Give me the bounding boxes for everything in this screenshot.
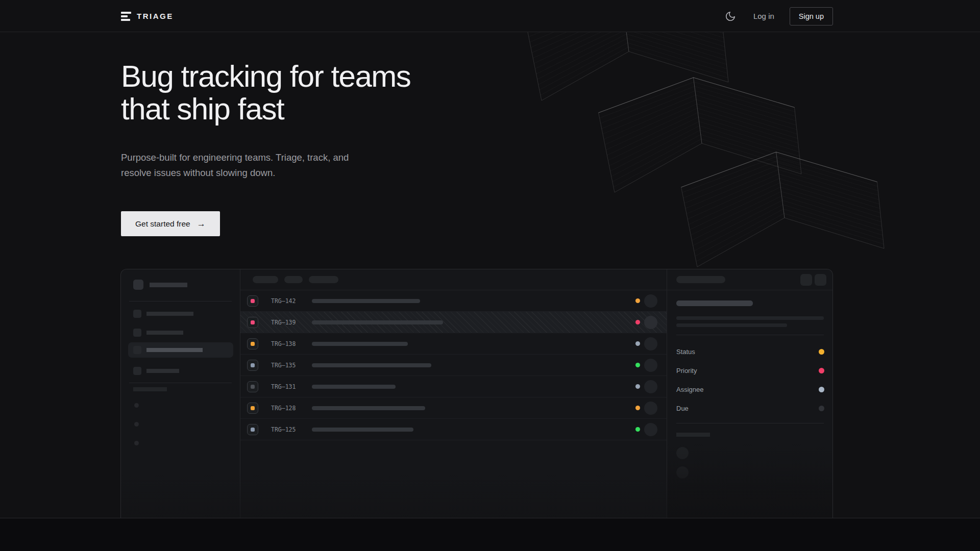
section-label-skeleton [133,387,167,391]
nav-label-skeleton [146,331,183,335]
assignee-avatar [644,423,657,436]
assignee-avatar [644,402,657,415]
issue-row-meta [635,316,667,329]
below-fold-section [0,518,980,551]
issue-row: TRG–139 [240,312,667,333]
issue-id: TRG–138 [271,340,299,347]
preview-issue-list: TRG–142 TRG–139 TRG–138 TRG–135 TRG– [240,269,667,518]
login-link[interactable]: Log in [753,12,774,20]
panel-divider [676,423,824,423]
get-started-label: Get started free [135,219,190,229]
hero-title: Bug tracking for teams that ship fast [121,32,410,126]
detail-field: Due [676,402,824,415]
list-dot-skeleton [134,422,139,427]
filter-pill-skeleton [309,276,338,283]
issue-row-meta [635,359,667,372]
issue-title-skeleton [312,342,408,346]
assignee-avatar [644,294,657,308]
issue-id: TRG–131 [271,383,299,390]
issue-status-dot [635,406,640,410]
issue-title-skeleton [676,300,753,306]
assignee-avatar [644,316,657,329]
sidebar-nav-item-skeleton [121,363,240,379]
sidebar-nav-item-skeleton [121,306,240,321]
detail-panel-header [667,269,833,290]
issue-title-skeleton [312,363,431,367]
detail-field: Status [676,345,824,358]
issue-row: TRG–138 [240,333,667,355]
theme-toggle-button[interactable] [723,9,738,24]
preview-detail-panel: Status Priority Assignee Due [667,269,833,518]
issue-title-skeleton [312,320,443,324]
workspace-name-skeleton [150,283,187,287]
issue-row: TRG–142 [240,290,667,312]
issue-row: TRG–135 [240,355,667,376]
assignee-avatar [644,337,657,350]
issue-type-icon [247,381,258,392]
assignee-avatar [644,359,657,372]
nav-label-skeleton [146,348,203,352]
issue-list-header [240,269,667,290]
nav-icon-skeleton [133,310,141,318]
wireframe-decoration [505,0,909,278]
workspace-icon-skeleton [133,280,143,290]
hero-section: Bug tracking for teams that ship fast Pu… [121,32,410,236]
field-value-dot [819,406,824,411]
get-started-button[interactable]: Get started free → [121,211,220,236]
issue-row-meta [635,380,667,393]
issue-title-skeleton [312,385,396,389]
sidebar-divider [129,301,232,302]
issue-row-meta [635,294,667,308]
field-value-dot [819,387,824,392]
panel-divider [676,335,824,335]
landing-page: TRIAGE Log in Sign up Bug tracking for t… [0,0,980,551]
issue-status-dot [635,341,640,346]
issue-type-icon [247,317,258,328]
issue-id: TRG–135 [271,362,299,369]
nav-icon-skeleton [133,367,141,375]
detail-field: Assignee [676,383,824,396]
triage-logo-icon [121,12,131,21]
list-dot-skeleton [134,403,139,408]
issue-type-icon [247,295,258,307]
issue-id: TRG–142 [271,297,299,305]
panel-action-button-skeleton [815,274,826,286]
issue-status-dot [635,320,640,324]
panel-action-button-skeleton [800,274,812,286]
sidebar-divider [129,383,232,383]
preview-sidebar [121,269,240,518]
hero-title-line-1: Bug tracking for teams [121,60,410,93]
hero-title-line-2: that ship fast [121,93,410,126]
nav-label-skeleton [146,369,179,373]
issue-type-icon [247,424,258,435]
issue-id: TRG–128 [271,405,299,412]
issue-status-dot [635,363,640,367]
issue-status-dot [635,384,640,389]
issue-row: TRG–125 [240,419,667,440]
issue-status-dot [635,427,640,432]
sidebar-nav-item-active-skeleton [128,342,233,358]
nav-icon-skeleton [133,346,141,354]
panel-title-skeleton [676,276,725,283]
field-label: Status [676,348,695,356]
issue-row-meta [635,402,667,415]
signup-button[interactable]: Sign up [790,7,833,26]
brand-name: TRIAGE [137,12,174,20]
sidebar-nav-item-skeleton [121,325,240,340]
field-value-dot [819,349,824,355]
comment-avatar-skeleton [676,447,689,459]
issue-row-meta [635,337,667,350]
issue-id: TRG–125 [271,426,299,433]
field-label: Priority [676,367,697,374]
top-nav: TRIAGE Log in Sign up [0,0,980,32]
issue-title-skeleton [312,299,420,303]
app-preview-card: TRG–142 TRG–139 TRG–138 TRG–135 TRG– [120,269,833,518]
issue-row-meta [635,423,667,436]
detail-fields: Status Priority Assignee Due [676,345,824,420]
field-label: Due [676,405,689,412]
activity-label-skeleton [676,433,710,437]
issue-type-icon [247,360,258,371]
issue-rows: TRG–142 TRG–139 TRG–138 TRG–135 TRG– [240,290,667,440]
description-line-skeleton [676,316,824,320]
brand[interactable]: TRIAGE [121,0,174,32]
